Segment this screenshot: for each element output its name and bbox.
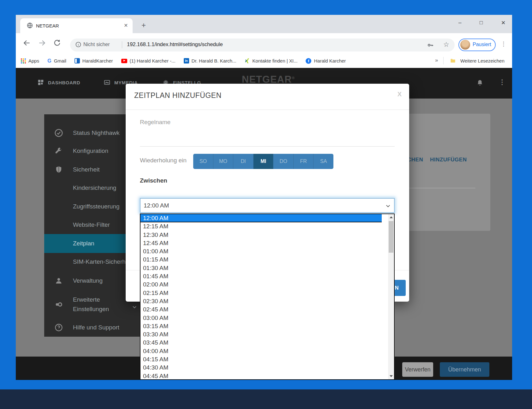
tab-title: NETGEAR [36,23,59,28]
key-icon[interactable] [427,42,434,49]
profile-paused-label: Pausiert [473,42,491,47]
url-separator [122,41,122,48]
reload-icon[interactable] [53,39,61,47]
repeat-label: Wiederholung ein [140,157,187,164]
time-dropdown-list: 12:00 AM 12:15 AM 12:30 AM 12:45 AM 01:0… [140,214,395,380]
time-option[interactable]: 01:00 AM [140,247,382,256]
dropdown-scrollbar[interactable] [388,214,394,379]
day-button-di[interactable]: DI [233,154,253,169]
time-option[interactable]: 02:30 AM [140,297,382,305]
time-option[interactable]: 03:45 AM [140,339,382,347]
time-option[interactable]: 02:45 AM [140,305,382,314]
background-card [409,114,490,231]
bookmark-gmail[interactable]: G Gmail [47,58,66,64]
tab-close-icon[interactable]: ✕ [124,22,128,28]
time-option[interactable]: 01:45 AM [140,272,382,280]
new-tab-button[interactable]: + [141,21,146,30]
window-close-button[interactable]: ✕ [501,20,505,26]
desktop: NETGEAR ✕ + – □ ✕ Nicht sicher 192.168.1… [0,0,532,409]
back-icon[interactable] [23,39,31,47]
bookmark-linkedin[interactable]: in Dr. Harald B. Karch... [184,58,236,63]
time-option[interactable]: 04:45 AM [140,372,382,380]
time-option-selected[interactable]: 12:00 AM [140,214,382,222]
help-icon [54,323,64,332]
time-option[interactable]: 12:15 AM [140,222,382,231]
time-option[interactable]: 04:00 AM [140,347,382,355]
window-maximize-button[interactable]: □ [480,20,483,26]
time-option[interactable]: 02:00 AM [140,280,382,289]
bookmark-haraldkarcher[interactable]: HaraldKarcher [75,58,113,63]
background-card-divider [407,188,475,189]
tab-favicon-globe-icon [27,22,33,29]
bookmarks-divider [443,57,444,64]
time-option[interactable]: 12:30 AM [140,231,382,239]
weekday-selector: SO MO DI MI DO FR SA [193,154,333,169]
windows-taskbar [0,389,532,409]
background-tab-hinzufuegen[interactable]: HINZUFÜGEN [430,157,467,163]
scroll-up-icon[interactable] [390,216,393,218]
scrollbar-thumb[interactable] [389,221,393,253]
time-option[interactable]: 03:15 AM [140,322,382,330]
rule-name-underline [140,146,395,147]
time-option[interactable]: 12:45 AM [140,239,382,247]
time-option[interactable]: 03:30 AM [140,330,382,339]
day-button-mi-selected[interactable]: MI [253,154,273,169]
start-time-select[interactable]: 12:00 AM [140,198,395,213]
bookmark-facebook[interactable]: f Harald Karcher [306,58,346,64]
linkedin-icon: in [184,58,189,63]
modal-close-icon[interactable]: X [398,91,402,98]
app-menu-dots-icon[interactable]: ⋮ [499,78,505,86]
person-icon [54,276,64,285]
more-bookmarks[interactable]: Weitere Lesezeichen [450,54,505,68]
xing-icon [244,58,250,63]
forward-icon[interactable] [38,39,46,47]
modal-title: ZEITPLAN HINZUFÜGEN [134,91,222,100]
chevron-down-icon[interactable] [131,304,138,310]
notifications-bell-icon[interactable] [476,79,484,87]
time-option[interactable]: 02:15 AM [140,289,382,297]
wrench-icon [54,147,64,155]
bookmarks-overflow-chevrons-icon[interactable]: » [435,57,438,63]
facebook-icon: f [306,58,311,64]
site-blue-icon [75,58,80,63]
security-label: Nicht sicher [83,42,110,47]
bookmark-star-icon[interactable]: ☆ [443,41,449,48]
time-option[interactable]: 04:30 AM [140,364,382,372]
avatar[interactable] [460,40,470,50]
time-option[interactable]: 01:15 AM [140,256,382,264]
google-g-icon: G [47,58,51,64]
time-option[interactable]: 03:00 AM [140,314,382,322]
time-option[interactable]: 04:15 AM [140,355,382,364]
day-button-sa[interactable]: SA [313,154,333,169]
sidebar-item-hilfe[interactable]: Hilfe und Support [44,321,144,334]
start-time-value: 12:00 AM [144,202,169,209]
folder-icon [450,58,456,64]
discard-button[interactable]: Verwerfen [402,362,433,377]
bookmark-xing[interactable]: Kontakte finden | XI... [244,58,297,63]
browser-menu-icon[interactable]: ⋮ [501,40,506,47]
rule-name-field[interactable]: Regelname [140,119,170,126]
apps-grid-icon [21,58,26,63]
modal-header-divider [126,110,409,110]
day-button-do[interactable]: DO [273,154,293,169]
apply-button[interactable]: Übernehmen [440,362,489,377]
time-option[interactable]: 01:30 AM [140,264,382,272]
media-icon [104,79,111,86]
nav-dashboard[interactable]: DASHBOARD [37,79,80,86]
day-button-mo[interactable]: MO [213,154,233,169]
window-minimize-button[interactable]: – [458,20,461,26]
bookmark-apps[interactable]: Apps [21,58,39,63]
day-button-so[interactable]: SO [193,154,213,169]
info-icon[interactable] [75,41,81,48]
between-label: Zwischen [140,177,167,184]
background-tab-partial: CHEN [407,157,423,163]
select-chevron-down-icon [385,203,391,209]
grid-icon [37,79,44,86]
scroll-down-icon[interactable] [390,375,393,377]
check-circle-icon [54,128,64,138]
shield-icon [54,165,64,174]
day-button-fr[interactable]: FR [293,154,314,169]
bookmark-youtube[interactable]: (1) Harald Karcher -... [121,58,176,63]
url-text[interactable]: 192.168.1.1/index.html#settings/schedule [127,41,223,47]
youtube-icon [121,59,127,63]
